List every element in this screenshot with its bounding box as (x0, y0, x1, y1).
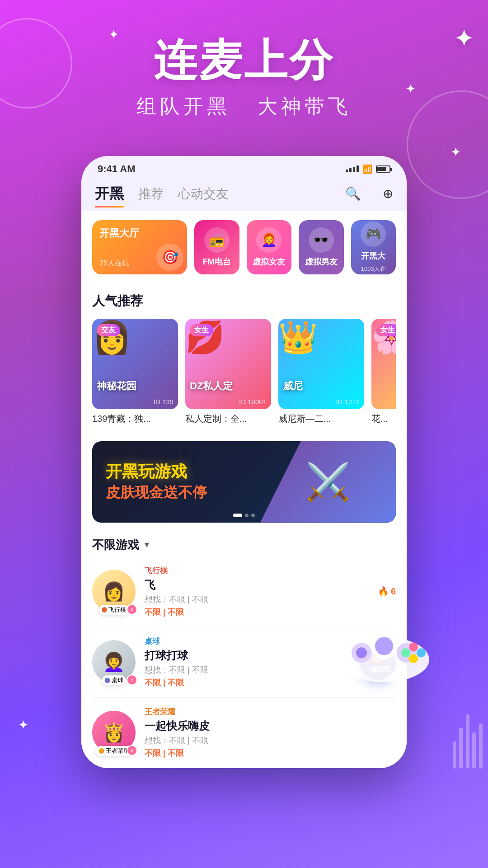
popular-card-2-title: 私人定制：全... (185, 413, 271, 425)
popular-card-2-img: 女生 💋 DZ私人定 ID 10001 (185, 319, 271, 409)
popular-card-1-id: ID 139 (154, 398, 174, 406)
popular-card-2-tag: 女生 (190, 324, 213, 336)
user-2-info: 桌球 打球打球 想找：不限 | 不限 不限 | 不限 (145, 636, 360, 688)
popular-card-2[interactable]: 女生 💋 DZ私人定 ID 10001 私人定制：全... (185, 319, 271, 425)
popular-card-1-img: 交友 👩 神秘花园 ID 139 (92, 319, 178, 409)
popular-card-4-title: 花... (371, 413, 396, 425)
svg-point-7 (409, 654, 418, 663)
signal-icon (346, 165, 359, 172)
status-bar: 9:41 AM 📶 (81, 156, 407, 179)
popular-card-4[interactable]: 女生 🌸 花... (371, 319, 396, 425)
svg-point-4 (375, 637, 393, 655)
virtual-bf-label: 虚拟男友 (305, 256, 338, 267)
user-3-gender-badge: ♀ (127, 745, 137, 756)
popular-card-3-title: 威尼斯—二... (278, 413, 364, 425)
banner-decoration: ⚔️ (260, 441, 396, 523)
nav-item-recommend[interactable]: 推荐 (138, 185, 164, 203)
popular-card-2-overlay: DZ私人定 (190, 379, 233, 393)
popular-card-1-overlay: 神秘花园 (97, 379, 136, 393)
popular-card-1-title: 139青藏：独... (92, 413, 178, 425)
svg-point-5 (409, 642, 418, 651)
user-2-game-dot (105, 678, 110, 683)
user-2-name: 打球打球 (145, 648, 360, 663)
side-bar-4 (472, 732, 476, 769)
side-bar-5 (479, 723, 483, 769)
user-1-hot-count: 🔥 6 (378, 586, 396, 597)
side-decorative-bars (447, 705, 488, 778)
cat-main-title: 开黑大厅 (99, 226, 180, 240)
user-1-gender-badge: ♀ (127, 604, 137, 615)
status-icons: 📶 (346, 164, 390, 174)
virtual-gf-icon: 👩‍🦰 (256, 227, 282, 253)
virtual-bf-icon: 🕶️ (309, 227, 334, 253)
user-2-avatar-wrap: 👩‍🦱 桌球 ♀ (92, 640, 136, 684)
phone-mockup: 9:41 AM 📶 开黑 推荐 (81, 156, 407, 768)
popular-card-1[interactable]: 交友 👩 神秘花园 ID 139 139青藏：独... (92, 319, 178, 425)
category-fm[interactable]: 📻 FM电台 (194, 220, 239, 274)
popular-card-2-id: ID 10001 (239, 398, 267, 406)
user-3-name: 一起快乐嗨皮 (145, 719, 396, 733)
user-2-tags: 不限 | 不限 (145, 677, 360, 688)
banner-text: 开黑玩游戏 皮肤现金送不停 (92, 450, 221, 514)
category-virtual-gf[interactable]: 👩‍🦰 虚拟女友 (247, 220, 292, 274)
sparkle-icon-3: ✦ (450, 145, 461, 160)
user-3-game-dot (99, 748, 104, 754)
virtual-gf-label: 虚拟女友 (253, 256, 285, 267)
user-2-want: 想找：不限 | 不限 (145, 665, 360, 675)
category-row: 开黑大厅 25人在玩 🎯 📻 FM电台 👩‍🦰 虚拟女友 🕶️ 虚拟男友 (81, 211, 407, 283)
popular-card-4-img: 女生 🌸 (371, 319, 396, 409)
banner-line2: 皮肤现金送不停 (106, 483, 207, 503)
svg-point-8 (401, 648, 410, 657)
category-kaihei-main[interactable]: 开黑大厅 25人在玩 🎯 (92, 220, 187, 274)
user-3-avatar-wrap: 👸 王者荣耀 ♀ (92, 711, 136, 754)
user-3-info: 王者荣耀 一起快乐嗨皮 想找：不限 | 不限 不限 | 不限 (145, 707, 396, 759)
game-filter-dropdown[interactable]: 不限游戏 ▼ (92, 537, 396, 553)
promo-banner[interactable]: 开黑玩游戏 皮肤现金送不停 ⚔️ (92, 441, 396, 523)
banner-line1: 开黑玩游戏 (106, 461, 207, 483)
side-bar-2 (459, 728, 463, 769)
svg-point-9 (356, 647, 367, 658)
user-1-game-badge: 飞行棋 (99, 605, 129, 615)
popular-card-4-tag: 女生 (376, 324, 396, 336)
dropdown-arrow-icon: ▼ (143, 540, 151, 550)
popular-card-3-overlay: 威尼 (283, 379, 303, 393)
category-kaihei-sm[interactable]: 🎮 开黑大 1003人在 (351, 220, 396, 274)
user-3-tags: 不限 | 不限 (145, 748, 396, 759)
kaihei-sm-label: 开黑大 (361, 250, 385, 261)
user-1-want: 想找：不限 | 不限 (145, 594, 378, 605)
sparkle-title-icon: ✦ (455, 27, 474, 51)
nav-item-kaihei[interactable]: 开黑 (95, 184, 124, 204)
popular-card-3-img: 👑 威尼 ID 1212 (278, 319, 364, 409)
game-controller-decoration (334, 614, 434, 687)
kaihei-sm-icon: 🎮 (361, 222, 386, 247)
user-2-game-badge: 桌球 (102, 675, 126, 685)
user-3-want: 想找：不限 | 不限 (145, 735, 396, 746)
user-1-avatar-wrap: 👩 飞行棋 ♀ (92, 570, 136, 613)
user-1-game-dot (102, 607, 107, 613)
user-3-game-tag: 王者荣耀 (145, 707, 396, 717)
user-item-3[interactable]: 👸 王者荣耀 ♀ 王者荣耀 一起快乐嗨皮 想找：不限 | 不限 不限 | 不限 (92, 698, 396, 768)
game-filter: 不限游戏 ▼ (81, 528, 407, 557)
sparkle-icon-4: ✦ (18, 717, 28, 732)
category-virtual-bf[interactable]: 🕶️ 虚拟男友 (299, 220, 344, 274)
user-1-game-tag: 飞行棋 (145, 566, 378, 576)
user-2-gender-badge: ♀ (127, 675, 137, 685)
search-button[interactable]: 🔍 (345, 186, 361, 201)
fm-label: FM电台 (203, 256, 231, 267)
user-1-info: 飞行棋 飞 想找：不限 | 不限 不限 | 不限 (145, 566, 378, 618)
user-2-game-tag: 桌球 (145, 636, 360, 646)
cat-main-icon: 🎯 (156, 244, 183, 271)
side-bar-1 (453, 741, 456, 769)
user-1-right: 🔥 6 (378, 586, 396, 597)
navigation-bar: 开黑 推荐 心动交友 🔍 ⊕ (81, 179, 407, 211)
hero-section: 连麦上分 ✦ 组队开黑 大神带飞 (0, 0, 488, 138)
kaihei-sm-sub: 1003人在 (361, 265, 386, 273)
flame-icon-1: 🔥 (378, 586, 389, 597)
battery-icon (376, 165, 390, 173)
popular-card-3[interactable]: 👑 威尼 ID 1212 威尼斯—二... (278, 319, 364, 425)
nav-item-friend[interactable]: 心动交友 (178, 185, 229, 203)
add-button[interactable]: ⊕ (383, 186, 393, 201)
svg-point-6 (417, 648, 426, 657)
popular-card-3-id: ID 1212 (336, 398, 360, 406)
hero-title: 连麦上分 ✦ (18, 36, 470, 84)
